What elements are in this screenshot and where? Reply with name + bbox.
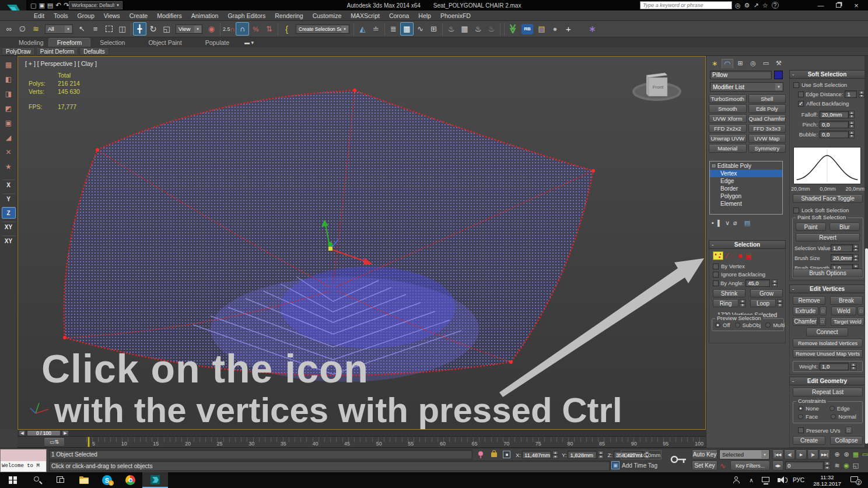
bubble-field[interactable]: 0,0: [820, 131, 849, 138]
modifier-preset-button[interactable]: TurboSmooth: [709, 94, 747, 103]
bind-to-spacewarp-icon[interactable]: ≋: [29, 22, 43, 36]
current-frame-marker[interactable]: [88, 437, 90, 447]
modifier-preset-button[interactable]: Smooth: [709, 104, 747, 113]
set-key-button[interactable]: Set Key: [692, 461, 718, 471]
stack-row-vertex[interactable]: Vertex: [710, 170, 782, 177]
modifier-preset-button[interactable]: FFD 2x2x2: [709, 124, 747, 133]
scene-explorer-icon[interactable]: ▦: [400, 22, 414, 36]
menu-item[interactable]: Tools: [49, 12, 73, 19]
orbit-icon[interactable]: ◉: [842, 461, 850, 470]
workspace-selector[interactable]: Workspace: Default ▾: [69, 1, 123, 9]
select-and-rotate-icon[interactable]: ↻: [146, 22, 160, 36]
network-icon[interactable]: [758, 472, 774, 488]
loop-spinner[interactable]: [777, 299, 783, 307]
select-object-icon[interactable]: ↖: [75, 22, 89, 36]
communication-icon[interactable]: ↗: [753, 2, 758, 9]
absolute-mode-icon[interactable]: [503, 451, 510, 458]
element-subobject-icon[interactable]: ▣: [745, 252, 751, 260]
ignore-backfacing-checkbox[interactable]: [713, 272, 719, 278]
menu-item[interactable]: Group: [73, 12, 99, 19]
time-slider-next-button[interactable]: ▶: [62, 430, 69, 436]
menu-item[interactable]: PhoenixFD: [436, 12, 475, 19]
menu-item[interactable]: Graph Editors: [223, 12, 270, 19]
y-coord-spinner[interactable]: [598, 451, 604, 459]
ribbon-panel-defaults[interactable]: Defaults: [79, 48, 109, 55]
spinner-snap-icon[interactable]: ⇅: [262, 22, 276, 36]
playback-button[interactable]: ▶▶|: [819, 450, 830, 459]
named-selection-set-dropdown[interactable]: Create Selection Se▾: [296, 24, 349, 34]
vertex-subobject-icon[interactable]: [713, 251, 723, 260]
blur-button[interactable]: Blur: [830, 223, 860, 231]
collapse-button[interactable]: Collapse: [830, 436, 863, 445]
modifier-stack[interactable]: ⊟ Editable Poly Vertex Edge Border Polyg…: [709, 161, 783, 215]
repeat-last-button[interactable]: Repeat Last: [793, 388, 863, 396]
render-setup-icon[interactable]: ♨: [444, 22, 458, 36]
sign-in-icon[interactable]: ⚙: [744, 2, 750, 9]
menu-item[interactable]: Modifiers: [152, 12, 187, 19]
left-tool-icon[interactable]: ✕: [5, 148, 11, 156]
zoom-icon[interactable]: ⊕: [833, 450, 841, 459]
x-coord-field[interactable]: 11,487mm: [522, 451, 551, 459]
weld-settings-button[interactable]: □: [858, 307, 864, 315]
select-and-scale-icon[interactable]: ◱: [160, 22, 173, 36]
align-icon[interactable]: ≐: [369, 22, 383, 36]
brush-options-button[interactable]: Brush Options: [793, 269, 863, 278]
favorites-icon[interactable]: ☆: [762, 2, 768, 9]
modifier-preset-button[interactable]: Edit Poly: [748, 104, 786, 113]
ribbon-minimize-icon[interactable]: ▬ ▾: [244, 40, 254, 45]
preserve-uvs-settings-button[interactable]: □: [845, 427, 852, 434]
modifier-list-dropdown[interactable]: Modifier List▾: [710, 82, 783, 92]
brush-size-field[interactable]: 20,0mm: [831, 254, 853, 262]
ribbon-tab-populate[interactable]: Populate: [201, 39, 234, 46]
soft-selection-rollout-header[interactable]: -Soft Selection: [789, 70, 865, 79]
selection-filter-dropdown[interactable]: All▾: [45, 24, 73, 34]
stack-row-border[interactable]: Border: [710, 185, 782, 192]
left-tool-icon[interactable]: ◨: [5, 90, 12, 98]
edge-distance-spinner[interactable]: [859, 90, 864, 98]
hierarchy-tab-icon[interactable]: ⊞: [734, 59, 746, 68]
select-and-link-icon[interactable]: ∞: [2, 22, 16, 36]
playback-button[interactable]: ▶: [796, 450, 807, 459]
railclone-icon[interactable]: RB: [522, 24, 533, 34]
playback-button[interactable]: |▶: [807, 450, 818, 459]
render-production-icon[interactable]: ♨: [471, 22, 485, 36]
object-name-field[interactable]: Pillow: [710, 71, 772, 79]
selection-lock-icon[interactable]: [491, 452, 497, 457]
remove-modifier-icon[interactable]: ⌀: [733, 219, 737, 227]
angle-snap-icon[interactable]: ∩: [236, 22, 249, 36]
y-coord-field[interactable]: 1,828mm: [568, 451, 597, 459]
modifier-preset-button[interactable]: UVW Map: [748, 134, 786, 143]
people-icon[interactable]: [729, 472, 744, 488]
stack-row-editable-poly[interactable]: ⊟ Editable Poly: [710, 162, 782, 170]
playback-button[interactable]: ◀|: [784, 450, 795, 459]
corona-toolbar-icon[interactable]: ≫: [506, 22, 520, 36]
constraint-x-button[interactable]: X: [2, 179, 16, 191]
start-button[interactable]: [0, 472, 26, 488]
ribbon-panel-polydraw[interactable]: PolyDraw: [2, 48, 35, 55]
left-tool-icon[interactable]: ▦: [5, 61, 12, 69]
zoom-extents-icon[interactable]: ▦: [852, 450, 860, 459]
selection-value-spinner[interactable]: [853, 244, 859, 252]
modifier-preset-button[interactable]: FFD 3x3x3: [748, 124, 786, 133]
render-iterative-icon[interactable]: ♨: [485, 22, 498, 36]
hidden-icons-chevron[interactable]: ∧: [744, 477, 758, 483]
by-angle-checkbox[interactable]: [713, 280, 719, 286]
edge-distance-field[interactable]: 1: [845, 90, 857, 98]
panel-scrollbar-thumb[interactable]: [865, 248, 868, 444]
ribbon-tab-selection[interactable]: Selection: [95, 39, 130, 46]
affect-backfacing-checkbox[interactable]: [798, 101, 804, 107]
ring-button[interactable]: Ring: [713, 299, 738, 307]
weight-field[interactable]: 1,0: [820, 363, 849, 370]
stack-row-element[interactable]: Element: [710, 200, 782, 208]
pin-stack-icon[interactable]: ▪: [712, 219, 714, 226]
edit-vertices-rollout-header[interactable]: -Edit Vertices: [789, 285, 865, 293]
menu-item[interactable]: Create: [125, 12, 153, 19]
time-slider-prev-button[interactable]: ◀: [19, 430, 26, 436]
modifier-preset-button[interactable]: Quad Chamfer: [748, 114, 786, 123]
left-tool-icon[interactable]: ◢: [6, 134, 11, 142]
modifier-preset-button[interactable]: UVW Xform: [709, 114, 747, 123]
break-button[interactable]: Break: [830, 296, 863, 305]
preview-multi-radio[interactable]: [765, 322, 771, 328]
restore-button[interactable]: [830, 3, 847, 8]
time-tag-icon[interactable]: ▣: [611, 461, 620, 469]
